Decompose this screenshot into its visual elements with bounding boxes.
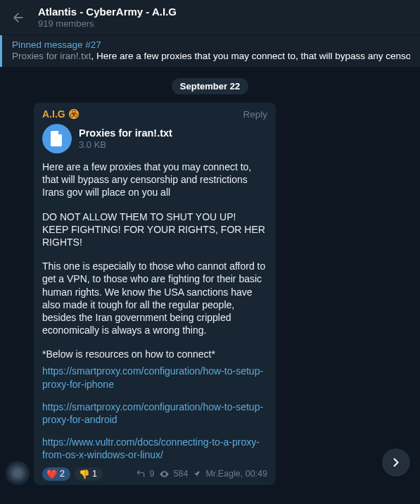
reaction-heart[interactable]: ❤️ 2 <box>42 467 70 481</box>
reaction-thumbsdown[interactable]: 👎 1 <box>75 467 103 481</box>
file-attachment[interactable]: Proxies for iran!.txt 3.0 KB <box>42 124 267 153</box>
meta-author: Mr.Eagle, 00:49 <box>205 469 267 479</box>
header-titles[interactable]: Atlantis - CyberArmy - A.I.G 919 members <box>38 6 177 29</box>
date-separator: September 22 <box>0 78 420 94</box>
message-meta: 9 584 Mr.Eagle, 00:49 <box>136 469 267 479</box>
chat-area: September 22 A.I.G Reply Proxies for ira… <box>0 67 420 485</box>
reply-button[interactable]: Reply <box>243 109 267 120</box>
pin-icon <box>192 470 201 479</box>
back-button[interactable] <box>10 9 27 26</box>
file-size: 3.0 KB <box>79 139 172 150</box>
scroll-down-button[interactable] <box>382 448 410 477</box>
message-row: A.I.G Reply Proxies for iran!.txt 3.0 KB… <box>0 103 420 485</box>
svg-point-6 <box>163 473 165 475</box>
reply-count: 9 <box>150 469 155 479</box>
biohazard-icon <box>68 108 79 120</box>
file-name: Proxies for iran!.txt <box>79 127 172 139</box>
message-bubble: A.I.G Reply Proxies for iran!.txt 3.0 KB… <box>34 103 276 485</box>
sender-avatar[interactable] <box>6 461 30 485</box>
chat-title: Atlantis - CyberArmy - A.I.G <box>38 6 177 18</box>
message-paragraph: Here are a few proxies that you may conn… <box>42 160 267 199</box>
pinned-preview: Proxies for iran!.txt, Here are a few pr… <box>12 51 410 61</box>
reply-icon <box>136 469 146 479</box>
message-paragraph: DO NOT ALLOW THEM TO SHUT YOU UP!KEEP FI… <box>42 210 267 249</box>
date-pill: September 22 <box>172 78 248 94</box>
message-paragraph: *Below is resources on how to connect* <box>42 348 267 360</box>
arrow-left-icon <box>11 11 25 25</box>
chevron-right-icon <box>389 455 403 470</box>
chat-members: 919 members <box>38 18 177 29</box>
file-icon <box>42 124 72 153</box>
eye-icon <box>159 469 170 479</box>
pinned-message[interactable]: Pinned message #27 Proxies for iran!.txt… <box>0 35 420 67</box>
message-header: A.I.G Reply <box>42 108 267 120</box>
message-body: Here are a few proxies that you may conn… <box>42 160 267 462</box>
sender-name[interactable]: A.I.G <box>42 108 79 120</box>
view-count: 584 <box>174 469 189 479</box>
message-footer: ❤️ 2 👎 1 9 584 Mr.Eagle, 00:49 <box>42 467 267 481</box>
chat-header: Atlantis - CyberArmy - A.I.G 919 members <box>0 0 420 34</box>
message-link[interactable]: https://www.vultr.com/docs/connecting-to… <box>42 436 267 461</box>
message-paragraph: This one is especially to those who cann… <box>42 260 267 336</box>
message-link[interactable]: https://smartproxy.com/configuration/how… <box>42 365 267 390</box>
message-link[interactable]: https://smartproxy.com/configuration/how… <box>42 401 267 426</box>
pinned-title: Pinned message #27 <box>12 39 410 50</box>
